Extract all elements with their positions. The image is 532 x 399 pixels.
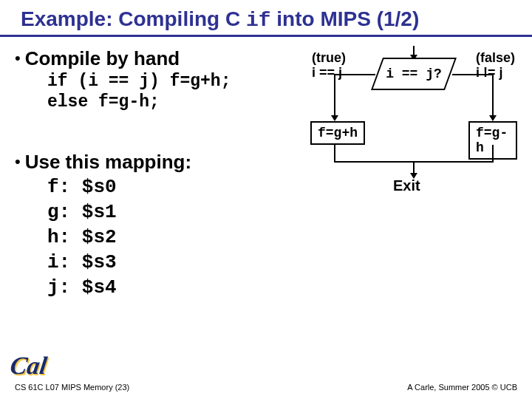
cal-logo: Cal <box>8 352 48 380</box>
map-j: j: $s4 <box>47 275 296 300</box>
arrow-down-icon <box>413 161 415 176</box>
code-block: if (i == j) f=g+h; else f=g-h; <box>47 71 296 112</box>
title-post: into MIPS (1/2) <box>271 7 420 30</box>
register-mapping: f: $s0 g: $s1 h: $s2 i: $s3 j: $s4 <box>47 174 296 300</box>
false-cond: i != j <box>476 65 515 80</box>
map-i: i: $s3 <box>47 250 296 275</box>
false-label: (false) <box>476 50 515 65</box>
line-icon <box>452 74 494 75</box>
false-branch-label: (false) i != j <box>476 50 515 80</box>
arrow-in-icon <box>413 46 415 58</box>
title-pre: Example: Compiling C <box>21 7 246 30</box>
bullet-2-text: Use this mapping: <box>25 151 191 173</box>
true-cond: i == j <box>312 65 346 80</box>
bullet-dot-icon: • <box>15 47 21 69</box>
map-h: h: $s2 <box>47 225 296 250</box>
right-column: (true) i == j (false) i != j i == j? f=g… <box>296 47 517 300</box>
title-code: if <box>246 9 271 32</box>
slide-title: Example: Compiling C if into MIPS (1/2) <box>0 0 532 37</box>
content-area: • Compile by hand if (i == j) f=g+h; els… <box>0 37 532 300</box>
map-g: g: $s1 <box>47 200 296 225</box>
code-line-1: if (i == j) f=g+h; <box>47 72 231 91</box>
arrow-down-icon <box>334 74 335 118</box>
decision-text: i == j? <box>377 58 451 90</box>
exit-label: Exit <box>393 177 420 194</box>
line-icon <box>334 161 414 163</box>
map-f: f: $s0 <box>47 174 296 200</box>
true-action-box: f=g+h <box>310 121 365 145</box>
footer-left: CS 61C L07 MIPS Memory (23) <box>15 383 129 392</box>
line-icon <box>334 74 375 75</box>
flowchart: (true) i == j (false) i != j i == j? f=g… <box>296 47 517 195</box>
bullet-dot-icon: • <box>15 151 21 173</box>
true-branch-label: (true) i == j <box>312 50 346 80</box>
line-icon <box>334 145 335 163</box>
left-column: • Compile by hand if (i == j) f=g+h; els… <box>15 47 296 300</box>
line-icon <box>492 145 494 163</box>
footer-right: A Carle, Summer 2005 © UCB <box>407 383 517 392</box>
line-icon <box>414 161 494 163</box>
arrow-down-icon <box>492 74 494 118</box>
bullet-1: • Compile by hand <box>15 47 296 69</box>
bullet-1-text: Compile by hand <box>25 47 180 69</box>
true-label: (true) <box>312 50 346 65</box>
code-line-2: else f=g-h; <box>47 92 160 112</box>
bullet-2: • Use this mapping: <box>15 151 296 173</box>
